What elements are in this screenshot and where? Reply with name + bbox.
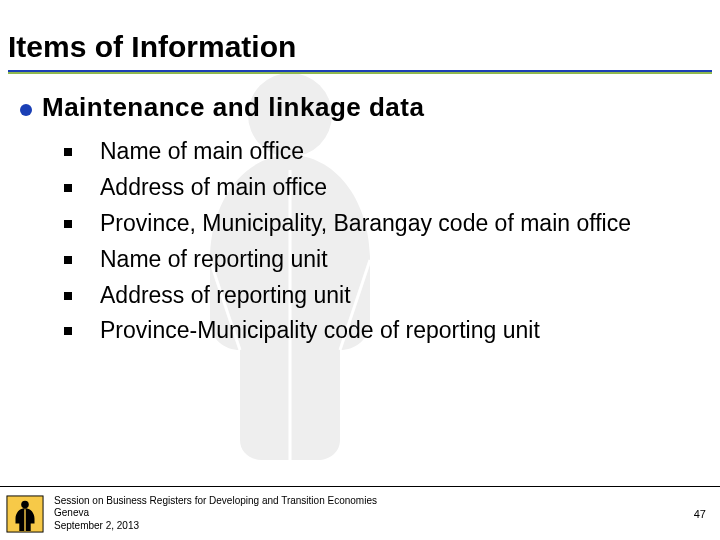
- list-item: Name of reporting unit: [64, 245, 700, 275]
- svg-point-5: [21, 500, 29, 508]
- footer-line1: Session on Business Registers for Develo…: [54, 495, 377, 508]
- list-item: Province, Municipality, Barangay code of…: [64, 209, 700, 239]
- list-item: Address of reporting unit: [64, 281, 700, 311]
- list-item: Province-Municipality code of reporting …: [64, 316, 700, 346]
- slide-title: Items of Information: [0, 0, 720, 70]
- square-bullet-icon: [64, 256, 72, 264]
- footer-logo-icon: [6, 495, 44, 533]
- list-item-text: Name of main office: [100, 137, 304, 167]
- square-bullet-icon: [64, 292, 72, 300]
- footer-text: Session on Business Registers for Develo…: [54, 495, 377, 533]
- section-heading-row: Maintenance and linkage data: [20, 92, 700, 123]
- footer: Session on Business Registers for Develo…: [0, 486, 720, 540]
- list-item-text: Address of main office: [100, 173, 327, 203]
- list-item-text: Province-Municipality code of reporting …: [100, 316, 540, 346]
- list-item-text: Name of reporting unit: [100, 245, 328, 275]
- list-item: Address of main office: [64, 173, 700, 203]
- list-item-text: Address of reporting unit: [100, 281, 351, 311]
- square-bullet-icon: [64, 327, 72, 335]
- square-bullet-icon: [64, 220, 72, 228]
- page-number: 47: [694, 508, 706, 520]
- square-bullet-icon: [64, 184, 72, 192]
- list-item: Name of main office: [64, 137, 700, 167]
- footer-line2: Geneva: [54, 507, 377, 520]
- disc-bullet-icon: [20, 104, 32, 116]
- section-heading: Maintenance and linkage data: [42, 92, 424, 123]
- list-item-text: Province, Municipality, Barangay code of…: [100, 209, 631, 239]
- bullet-list: Name of main office Address of main offi…: [20, 137, 700, 346]
- footer-line3: September 2, 2013: [54, 520, 377, 533]
- square-bullet-icon: [64, 148, 72, 156]
